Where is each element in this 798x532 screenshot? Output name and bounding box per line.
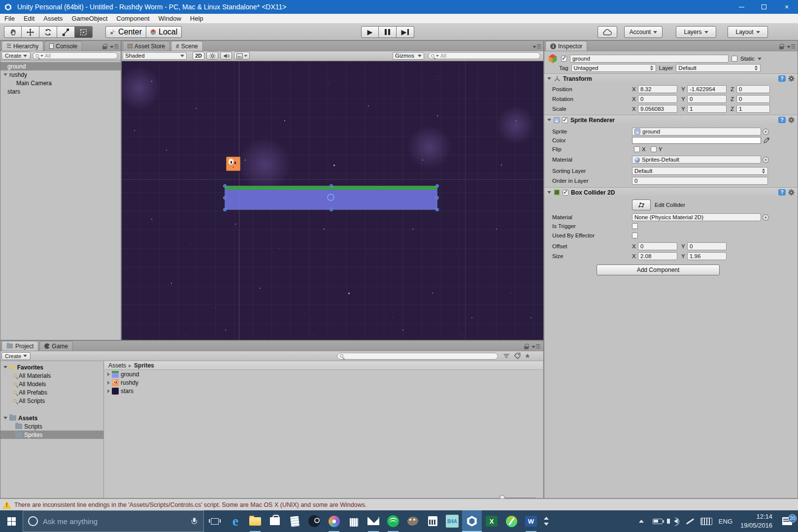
scale-y-field[interactable]: 1 <box>687 105 727 113</box>
foldout-arrow-icon[interactable] <box>3 417 7 419</box>
status-bar[interactable]: There are inconsistent line endings in t… <box>0 499 798 510</box>
lock-icon[interactable] <box>524 344 529 349</box>
start-button[interactable] <box>0 510 23 532</box>
expand-arrow-icon[interactable] <box>107 381 110 385</box>
taskbar-app-excel[interactable]: X <box>482 510 501 532</box>
gear-icon[interactable] <box>788 75 795 82</box>
taskbar-app-steam[interactable] <box>304 510 324 532</box>
action-center-button[interactable]: 20 <box>776 517 798 525</box>
play-button[interactable]: ▶ <box>361 26 379 38</box>
taskbar-scroll-buttons[interactable] <box>541 510 552 532</box>
show-hidden-icons-button[interactable] <box>633 510 650 532</box>
menu-assets[interactable]: Assets <box>39 14 67 23</box>
2d-toggle-button[interactable]: 2D <box>193 52 204 60</box>
menu-component[interactable]: Component <box>112 14 154 23</box>
folder-scripts[interactable]: Scripts <box>0 422 103 431</box>
menu-file[interactable]: File <box>0 14 19 23</box>
panel-menu-icon[interactable]: ☰ <box>532 343 540 350</box>
scale-x-field[interactable]: 9.056083 <box>638 105 677 113</box>
flip-x-checkbox[interactable] <box>634 146 640 152</box>
help-icon[interactable]: ? <box>778 117 786 123</box>
tab-hierarchy[interactable]: ☰ Hierarchy <box>1 41 43 51</box>
menu-edit[interactable]: Edit <box>19 14 39 23</box>
resize-handle[interactable] <box>435 184 439 188</box>
transform-header[interactable]: Transform ? <box>544 73 798 83</box>
taskbar-app-edge[interactable]: e <box>226 510 245 532</box>
resize-handle[interactable] <box>435 196 439 200</box>
hierarchy-item-main-camera[interactable]: Main Camera <box>0 79 121 87</box>
expand-arrow-icon[interactable] <box>3 73 7 76</box>
task-view-button[interactable] <box>204 510 226 532</box>
collider-material-field[interactable]: None (Physics Material 2D) <box>632 213 761 221</box>
draw-mode-dropdown[interactable]: Shaded <box>123 52 187 60</box>
assets-root-header[interactable]: Assets <box>0 414 103 422</box>
maximize-button[interactable] <box>753 0 775 14</box>
foldout-arrow-icon[interactable] <box>547 191 551 194</box>
flip-y-checkbox[interactable] <box>651 146 657 152</box>
tag-dropdown[interactable]: Untagged <box>571 64 656 72</box>
pause-button[interactable] <box>379 26 397 38</box>
hierarchy-item-ground[interactable]: ground <box>0 62 121 70</box>
clock[interactable]: 12:14 19/05/2016 <box>736 512 776 530</box>
offset-y-field[interactable]: 0 <box>687 242 727 250</box>
saved-search-icon[interactable]: ★ <box>525 353 531 359</box>
object-picker-icon[interactable] <box>763 214 769 221</box>
favorites-header[interactable]: ★ Favorites <box>0 363 103 371</box>
box-collider-header[interactable]: Box Collider 2D ? <box>544 187 798 197</box>
foldout-arrow-icon[interactable] <box>3 366 7 368</box>
foldout-arrow-icon[interactable] <box>547 77 551 80</box>
rotation-z-field[interactable]: 0 <box>736 95 770 103</box>
scene-lighting-button[interactable] <box>206 52 218 60</box>
component-enabled-checkbox[interactable] <box>563 190 568 196</box>
taskbar-app-b4a[interactable]: B4A <box>442 510 462 532</box>
taskbar-app-spotify[interactable] <box>383 510 403 532</box>
resize-handle[interactable] <box>435 208 439 211</box>
battery-indicator[interactable] <box>650 510 666 532</box>
taskbar-app-store[interactable] <box>265 510 285 532</box>
hierarchy-create-button[interactable]: Create <box>1 52 31 60</box>
close-button[interactable]: × <box>775 0 798 14</box>
resize-handle[interactable] <box>223 208 227 211</box>
resize-handle[interactable] <box>330 184 333 188</box>
search-by-type-icon[interactable] <box>503 353 510 359</box>
microphone-icon[interactable] <box>192 518 197 525</box>
rotate-tool-button[interactable] <box>39 26 57 38</box>
language-indicator[interactable]: ENG <box>715 510 736 532</box>
breadcrumb-current[interactable]: Sprites <box>134 362 154 369</box>
rotation-y-field[interactable]: 0 <box>687 95 727 103</box>
scale-tool-button[interactable] <box>57 26 75 38</box>
resize-handle[interactable] <box>223 184 227 188</box>
tab-inspector[interactable]: i Inspector <box>545 41 587 51</box>
position-y-field[interactable]: -1.622954 <box>687 85 727 93</box>
sprite-renderer-header[interactable]: Sprite Renderer ? <box>544 115 798 125</box>
hand-tool-button[interactable] <box>4 26 22 38</box>
color-swatch[interactable] <box>632 137 761 144</box>
panel-menu-icon[interactable]: ☰ <box>532 43 541 50</box>
static-dropdown-icon[interactable] <box>758 58 762 60</box>
help-icon[interactable]: ? <box>778 189 786 196</box>
gear-icon[interactable] <box>788 117 795 123</box>
scale-z-field[interactable]: 1 <box>736 105 770 113</box>
taskbar-app-word[interactable]: W <box>521 510 541 532</box>
minimize-button[interactable] <box>730 0 753 14</box>
tab-scene[interactable]: # Scene <box>171 41 203 51</box>
foldout-arrow-icon[interactable] <box>547 119 551 121</box>
touch-keyboard[interactable] <box>698 510 715 532</box>
favorite-all-prefabs[interactable]: All Prefabs <box>0 388 103 397</box>
favorite-all-materials[interactable]: All Materials <box>0 371 103 380</box>
panel-menu-icon[interactable]: ☰ <box>110 43 119 50</box>
add-component-button[interactable]: Add Component <box>597 265 720 275</box>
sprite-field[interactable]: ground <box>632 128 761 135</box>
ground-platform[interactable] <box>225 186 437 209</box>
taskbar-app-file-explorer[interactable] <box>245 510 265 532</box>
volume-indicator[interactable] <box>666 510 682 532</box>
search-by-label-icon[interactable] <box>514 353 521 359</box>
hierarchy-search-input[interactable]: All <box>33 52 118 59</box>
hierarchy-item-stars[interactable]: stars <box>0 87 121 96</box>
scene-audio-button[interactable] <box>220 52 232 60</box>
component-enabled-checkbox[interactable] <box>562 117 568 123</box>
taskbar-app-notepad[interactable] <box>285 510 304 532</box>
expand-arrow-icon[interactable] <box>107 372 110 376</box>
tab-console[interactable]: Console <box>44 41 82 51</box>
eyedropper-icon[interactable] <box>763 137 769 144</box>
